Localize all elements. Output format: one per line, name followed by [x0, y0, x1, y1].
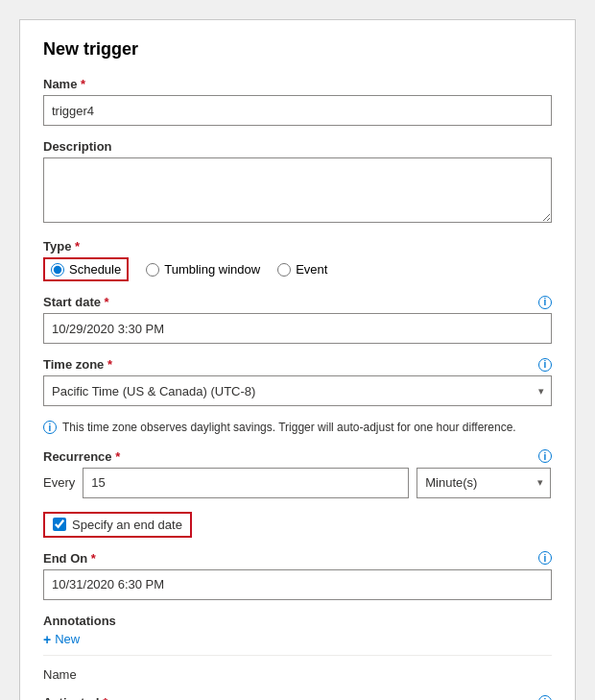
every-label: Every: [43, 475, 75, 490]
recurrence-label: Recurrence: [43, 449, 112, 464]
timezone-info-row: i This time zone observes daylight savin…: [43, 420, 552, 436]
start-date-label: Start date: [43, 295, 101, 309]
recurrence-value-input[interactable]: [83, 468, 409, 498]
schedule-radio[interactable]: [51, 263, 64, 277]
start-date-input[interactable]: [43, 313, 552, 344]
specify-end-date-wrap[interactable]: Specify an end date: [43, 512, 192, 538]
event-radio-item: Event: [277, 262, 327, 277]
recurrence-info-icon[interactable]: i: [538, 449, 552, 463]
start-date-field-group: Start date * i: [43, 295, 552, 344]
activated-label-row: Activated * i: [43, 695, 552, 700]
name-field-group: Name *: [43, 77, 552, 126]
tumbling-window-label[interactable]: Tumbling window: [164, 262, 260, 277]
plus-icon: +: [43, 632, 51, 647]
end-on-required: *: [87, 551, 96, 566]
end-on-input[interactable]: [43, 569, 552, 600]
annotations-divider: [43, 655, 552, 656]
schedule-radio-label[interactable]: Schedule: [69, 262, 121, 277]
start-date-required: *: [101, 295, 109, 309]
recurrence-required: *: [112, 449, 121, 464]
timezone-dropdown-wrap: Pacific Time (US & Canada) (UTC-8) ▾: [43, 375, 552, 406]
specify-end-date-label[interactable]: Specify an end date: [72, 518, 182, 532]
type-label-row: Type *: [43, 239, 552, 253]
start-date-info-icon[interactable]: i: [538, 296, 552, 309]
timezone-note-icon: i: [43, 421, 57, 434]
annotations-label-row: Annotations: [43, 614, 552, 628]
name-label-row: Name *: [43, 77, 552, 91]
timezone-field-group: Time zone * i Pacific Time (US & Canada)…: [43, 357, 552, 406]
name-input[interactable]: [43, 95, 552, 126]
specify-end-date-checkbox[interactable]: [53, 518, 66, 531]
timezone-select[interactable]: Pacific Time (US & Canada) (UTC-8): [43, 375, 552, 406]
event-label[interactable]: Event: [296, 262, 327, 277]
tumbling-window-radio[interactable]: [146, 263, 159, 277]
timezone-info-icon[interactable]: i: [538, 358, 552, 372]
recurrence-row: Every Minute(s) Hour(s) Day(s) Week(s) M…: [43, 468, 552, 498]
activated-label: Activated: [43, 695, 100, 700]
activated-field-group: Activated * i Yes No: [43, 695, 552, 700]
recurrence-unit-select[interactable]: Minute(s) Hour(s) Day(s) Week(s) Month(s…: [416, 468, 551, 498]
name-required: *: [77, 77, 85, 91]
type-required: *: [71, 239, 80, 253]
type-field-group: Type * Schedule Tumbling window Event: [43, 239, 552, 281]
annotations-group: Annotations + New Name: [43, 614, 552, 682]
type-radio-group: Schedule Tumbling window Event: [43, 257, 552, 281]
tumbling-window-radio-item: Tumbling window: [146, 262, 260, 277]
schedule-radio-wrap: Schedule: [43, 257, 129, 281]
panel-title: New trigger: [43, 39, 552, 60]
description-field-group: Description: [43, 139, 552, 226]
end-on-label-row: End On * i: [43, 551, 552, 566]
timezone-label-row: Time zone * i: [43, 357, 552, 372]
annotations-label: Annotations: [43, 614, 116, 628]
type-label: Type: [43, 239, 71, 253]
event-radio[interactable]: [277, 263, 291, 277]
recurrence-unit-wrap: Minute(s) Hour(s) Day(s) Week(s) Month(s…: [416, 468, 551, 498]
description-label-row: Description: [43, 139, 552, 154]
name-label: Name: [43, 77, 77, 91]
activated-required: *: [100, 695, 108, 700]
timezone-info-text: This time zone observes daylight savings…: [62, 420, 516, 436]
end-on-label: End On: [43, 551, 87, 566]
specify-end-date-group: Specify an end date: [43, 512, 552, 538]
annotations-name-column: Name: [43, 664, 552, 682]
new-annotation-label: New: [55, 632, 80, 646]
timezone-label: Time zone: [43, 357, 104, 372]
recurrence-label-row: Recurrence * i: [43, 449, 552, 464]
description-label: Description: [43, 139, 112, 154]
end-on-field-group: End On * i: [43, 551, 552, 600]
timezone-required: *: [104, 357, 112, 372]
start-date-label-row: Start date * i: [43, 295, 552, 309]
end-on-info-icon[interactable]: i: [538, 551, 552, 565]
activated-info-icon[interactable]: i: [538, 695, 552, 700]
new-annotation-button[interactable]: + New: [43, 632, 80, 647]
new-trigger-panel: New trigger Name * Description Type * Sc…: [19, 19, 576, 700]
recurrence-field-group: Recurrence * i Every Minute(s) Hour(s) D…: [43, 449, 552, 498]
description-input[interactable]: [43, 157, 552, 223]
